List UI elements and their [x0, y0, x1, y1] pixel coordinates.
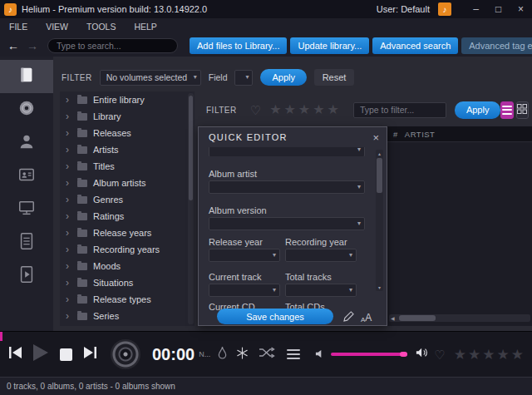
tree-item[interactable]: ›Situations	[60, 274, 195, 291]
chevron-right-icon[interactable]: ›	[66, 211, 74, 221]
tree-item[interactable]: ›Library	[60, 108, 195, 125]
favorite-heart-icon[interactable]: ♡	[434, 348, 445, 361]
tree-item[interactable]: ›Genres	[60, 191, 195, 208]
volume-high-icon[interactable]	[416, 347, 429, 362]
table-hscrollbar[interactable]: ◀	[389, 314, 530, 322]
field-dropdown[interactable]: ▾	[234, 70, 253, 86]
menu-tools[interactable]: TOOLS	[77, 22, 125, 32]
stop-button[interactable]	[60, 348, 72, 361]
advanced-search-button[interactable]: Advanced search	[372, 37, 458, 54]
close-icon[interactable]: ×	[372, 132, 379, 143]
star-icon[interactable]: ★	[313, 102, 327, 116]
flame-icon[interactable]	[217, 346, 228, 363]
chevron-right-icon[interactable]: ›	[66, 178, 74, 188]
menu-file[interactable]: FILE	[0, 22, 37, 32]
track-rating-stars[interactable]: ★★★★★	[454, 348, 525, 362]
maximize-button[interactable]: □	[487, 0, 510, 18]
grid-view-toggle[interactable]	[516, 101, 529, 119]
star-icon[interactable]: ★	[497, 347, 511, 363]
scroll-left-icon[interactable]: ◀	[391, 315, 395, 321]
scroll-up-icon[interactable]: ▴	[376, 151, 383, 156]
sidebar-item-library[interactable]	[0, 60, 53, 93]
list-view-toggle[interactable]	[500, 101, 513, 119]
update-library-button[interactable]: Update library...	[290, 37, 369, 54]
scrolled-dropdown[interactable]: ▾	[209, 147, 365, 156]
sidebar-item-contacts[interactable]	[0, 160, 53, 193]
play-button[interactable]	[30, 343, 50, 366]
chevron-right-icon[interactable]: ›	[66, 261, 74, 271]
sidebar-item-play-queue[interactable]	[0, 259, 53, 293]
sidebar-item-display[interactable]	[0, 193, 53, 226]
chevron-right-icon[interactable]: ›	[66, 95, 74, 105]
chevron-right-icon[interactable]: ›	[66, 161, 74, 171]
column-number[interactable]: #	[393, 130, 398, 139]
chevron-right-icon[interactable]: ›	[66, 311, 74, 321]
chevron-right-icon[interactable]: ›	[66, 294, 74, 304]
chevron-right-icon[interactable]: ›	[66, 128, 74, 138]
tree-scrollbar[interactable]	[188, 93, 194, 324]
shuffle-icon[interactable]	[259, 347, 275, 362]
recording-year-input[interactable]: ▾	[285, 249, 357, 262]
tree-item[interactable]: ›Moods	[60, 258, 195, 274]
pencil-icon[interactable]	[343, 310, 354, 325]
tree-scrollbar-thumb[interactable]	[189, 96, 193, 200]
star-rating-filter[interactable]: ★★★★★	[269, 103, 342, 116]
quick-editor-scrollbar[interactable]: ▴ ▾	[376, 150, 383, 291]
font-size-icon[interactable]: AA	[361, 312, 372, 323]
queue-menu-icon[interactable]	[287, 349, 300, 359]
tree-item[interactable]: ›Album artists	[60, 175, 195, 191]
volume-slider-thumb[interactable]	[400, 352, 407, 357]
forward-arrow-icon[interactable]: →	[27, 39, 38, 52]
tree-item[interactable]: ›Titles	[60, 158, 195, 175]
star-icon[interactable]: ★	[328, 102, 342, 116]
previous-track-button[interactable]	[8, 346, 23, 363]
chevron-right-icon[interactable]: ›	[66, 111, 74, 121]
heart-filter-icon[interactable]: ♡	[250, 104, 261, 116]
album-version-dropdown[interactable]: ▾	[209, 217, 365, 230]
tree-item[interactable]: ›Releases	[60, 125, 195, 141]
filter-apply-button[interactable]: Apply	[455, 101, 501, 119]
snowflake-icon[interactable]	[236, 347, 249, 363]
next-track-button[interactable]	[82, 346, 97, 363]
filter-input[interactable]	[353, 102, 446, 118]
close-button[interactable]: ×	[510, 0, 532, 18]
star-icon[interactable]: ★	[482, 347, 496, 363]
chevron-right-icon[interactable]: ›	[66, 244, 74, 254]
tree-item[interactable]: ›Artists	[60, 141, 195, 158]
tree-item[interactable]: ›Release types	[60, 291, 195, 308]
column-artist[interactable]: ARTIST	[405, 130, 436, 139]
menu-help[interactable]: HELP	[125, 22, 165, 32]
volumes-dropdown[interactable]: No volumes selected ▾	[100, 70, 201, 86]
current-track-input[interactable]: ▾	[209, 284, 280, 297]
chevron-right-icon[interactable]: ›	[66, 195, 74, 205]
add-files-button[interactable]: Add files to Library...	[190, 37, 287, 54]
volume-filter-apply-button[interactable]: Apply	[260, 69, 307, 86]
tree-item[interactable]: ›Recording years	[60, 241, 195, 258]
volume-low-icon[interactable]	[315, 347, 324, 362]
volume-filter-reset-button[interactable]: Reset	[314, 69, 354, 86]
star-icon[interactable]: ★	[269, 102, 283, 116]
menu-view[interactable]: VIEW	[37, 22, 77, 32]
sidebar-item-artists[interactable]	[0, 126, 53, 160]
save-changes-button[interactable]: Save changes	[217, 309, 333, 324]
star-icon[interactable]: ★	[468, 347, 482, 363]
tree-item[interactable]: ›Ratings	[60, 208, 195, 225]
minimize-button[interactable]: –	[465, 0, 487, 18]
chevron-right-icon[interactable]: ›	[66, 228, 74, 238]
album-artist-dropdown[interactable]: ▾	[209, 180, 365, 194]
sidebar-item-discs[interactable]	[0, 93, 53, 126]
chevron-right-icon[interactable]: ›	[66, 278, 74, 288]
scrollbar-thumb[interactable]	[399, 315, 436, 321]
star-icon[interactable]: ★	[454, 347, 468, 363]
star-icon[interactable]: ★	[284, 102, 298, 116]
tree-item[interactable]: ›Release years	[60, 225, 195, 241]
scrollbar-thumb[interactable]	[377, 158, 382, 193]
sidebar-item-playlists[interactable]	[0, 226, 53, 259]
scroll-down-icon[interactable]: ▾	[376, 284, 383, 290]
star-icon[interactable]: ★	[298, 102, 313, 116]
star-icon[interactable]: ★	[511, 347, 525, 363]
volume-slider[interactable]	[331, 353, 407, 356]
chevron-right-icon[interactable]: ›	[66, 145, 74, 155]
tree-item[interactable]: ›Series	[60, 308, 195, 324]
search-input[interactable]	[47, 38, 178, 53]
